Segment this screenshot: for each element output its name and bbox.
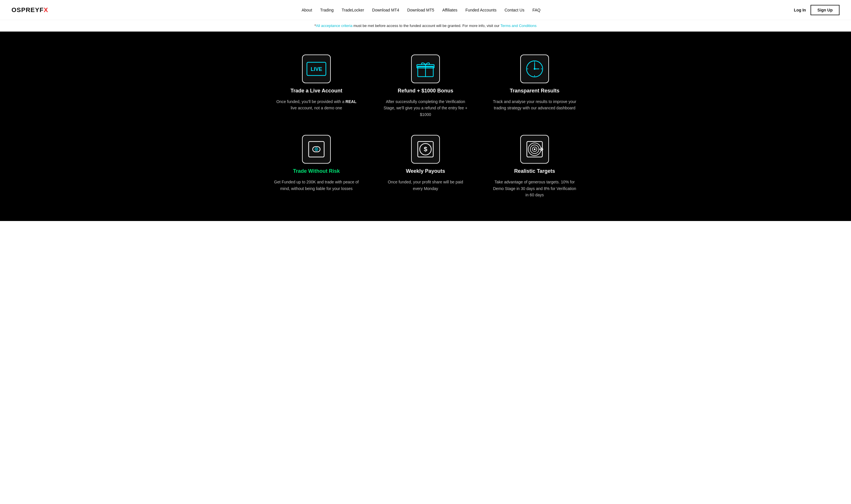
features-grid: LIVE Trade a Live Account Once funded, y…	[268, 55, 583, 198]
bonus-desc: After successfully completing the Verifi…	[383, 98, 468, 118]
logo[interactable]: OSPREYFX	[12, 6, 48, 14]
navbar: OSPREYFX About Trading TradeLocker Downl…	[0, 0, 851, 20]
no-risk-title: Trade Without Risk	[293, 168, 340, 174]
bonus-title: Refund + $1000 Bonus	[398, 88, 453, 94]
feature-bonus: Refund + $1000 Bonus After successfully …	[377, 55, 474, 118]
feature-weekly-payouts: $ Weekly Payouts Once funded, your profi…	[377, 135, 474, 198]
bonus-icon	[411, 55, 440, 83]
svg-point-17	[316, 149, 317, 150]
nav-affiliates[interactable]: Affiliates	[442, 8, 457, 12]
login-button[interactable]: Log In	[794, 8, 806, 12]
feature-transparent: Transparent Results Track and analyse yo…	[486, 55, 583, 118]
svg-text:$: $	[424, 145, 427, 153]
feature-no-risk: Trade Without Risk Get Funded up to 200K…	[268, 135, 365, 198]
svg-text:LIVE: LIVE	[311, 66, 322, 72]
weekly-payouts-desc: Once funded, your profit share will be p…	[383, 179, 468, 192]
realistic-targets-desc: Take advantage of generous targets. 10% …	[492, 179, 578, 198]
no-risk-desc: Get Funded up to 200K and trade with pea…	[273, 179, 359, 192]
nav-download-mt5[interactable]: Download MT5	[407, 8, 434, 12]
svg-point-25	[534, 148, 535, 150]
nav-tradelocker[interactable]: TradeLocker	[342, 8, 364, 12]
nav-contact-us[interactable]: Contact Us	[504, 8, 524, 12]
nav-about[interactable]: About	[301, 8, 312, 12]
transparent-title: Transparent Results	[510, 88, 559, 94]
nav-funded-accounts[interactable]: Funded Accounts	[465, 8, 496, 12]
no-risk-icon	[302, 135, 331, 164]
notice-middle: must be met before access to the funded …	[352, 23, 500, 28]
live-account-icon: LIVE	[302, 55, 331, 83]
main-content: LIVE Trade a Live Account Once funded, y…	[0, 32, 851, 221]
live-account-title: Trade a Live Account	[290, 88, 342, 94]
nav-faq[interactable]: FAQ	[532, 8, 540, 12]
weekly-payouts-title: Weekly Payouts	[406, 168, 445, 174]
transparent-desc: Track and analyse your results to improv…	[492, 98, 578, 111]
nav-actions: Log In Sign Up	[794, 5, 839, 15]
notice-link-terms[interactable]: Terms and Conditions	[500, 23, 537, 28]
weekly-payouts-icon: $	[411, 135, 440, 164]
realistic-targets-title: Realistic Targets	[514, 168, 555, 174]
transparent-icon	[520, 55, 549, 83]
notice-bar: *All acceptance criteria must be met bef…	[0, 20, 851, 32]
realistic-targets-icon	[520, 135, 549, 164]
nav-download-mt4[interactable]: Download MT4	[372, 8, 399, 12]
live-account-desc: Once funded, you'll be provided with a R…	[273, 98, 359, 111]
notice-link-criteria[interactable]: All acceptance criteria	[316, 23, 352, 28]
nav-links: About Trading TradeLocker Download MT4 D…	[301, 7, 540, 13]
nav-trading[interactable]: Trading	[320, 8, 334, 12]
signup-button[interactable]: Sign Up	[811, 5, 839, 15]
feature-live-account: LIVE Trade a Live Account Once funded, y…	[268, 55, 365, 118]
feature-realistic-targets: Realistic Targets Take advantage of gene…	[486, 135, 583, 198]
